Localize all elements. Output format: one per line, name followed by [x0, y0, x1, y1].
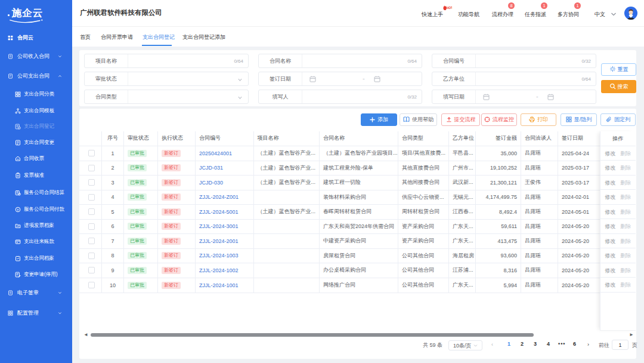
- svg-text:HOT: HOT: [446, 6, 452, 10]
